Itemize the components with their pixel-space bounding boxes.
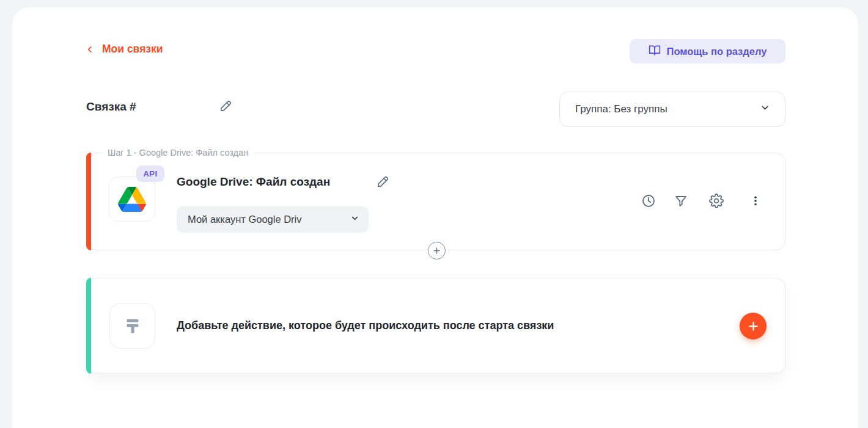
step-legend: Шаг 1 - Google Drive: Файл создан [102, 147, 254, 159]
help-button-label: Помощь по разделу [667, 46, 767, 57]
chevron-left-icon [86, 45, 94, 54]
add-step-connector-button[interactable] [428, 242, 446, 259]
group-select-value: Группа: Без группы [575, 103, 668, 115]
help-button[interactable]: Помощь по разделу [630, 39, 785, 63]
settings-icon[interactable] [709, 194, 724, 208]
trigger-step-card: Шаг 1 - Google Drive: Файл создан API Go… [86, 153, 785, 250]
add-action-message: Добавьте действие, которое будет происхо… [177, 278, 554, 373]
step-title: Google Drive: Файл создан [177, 175, 330, 189]
add-action-button[interactable] [740, 313, 767, 339]
book-icon [649, 44, 661, 59]
filter-icon[interactable] [674, 194, 688, 208]
account-select-value: Мой аккаунт Google Driv [188, 214, 302, 225]
action-accent-bar [86, 278, 91, 374]
account-select[interactable]: Мой аккаунт Google Driv [177, 206, 369, 233]
action-placeholder-icon [109, 303, 155, 349]
group-select[interactable]: Группа: Без группы [559, 92, 785, 127]
trigger-accent-bar [86, 153, 91, 250]
tenge-icon [122, 316, 143, 336]
edit-step-title-icon[interactable] [376, 175, 390, 191]
back-link[interactable]: Мои связки [86, 43, 163, 56]
chevron-down-icon [760, 103, 770, 116]
schedule-icon[interactable] [641, 194, 656, 208]
back-link-label: Мои связки [102, 43, 163, 56]
bundle-title: Связка # [86, 100, 136, 114]
google-drive-logo-icon [118, 187, 146, 212]
chevron-down-icon [350, 214, 359, 225]
more-options-icon[interactable] [748, 194, 763, 208]
google-drive-app-icon [109, 176, 155, 222]
edit-bundle-title-icon[interactable] [219, 99, 233, 115]
add-action-card: Добавьте действие, которое будет происхо… [86, 278, 785, 374]
api-badge: API [136, 165, 164, 182]
